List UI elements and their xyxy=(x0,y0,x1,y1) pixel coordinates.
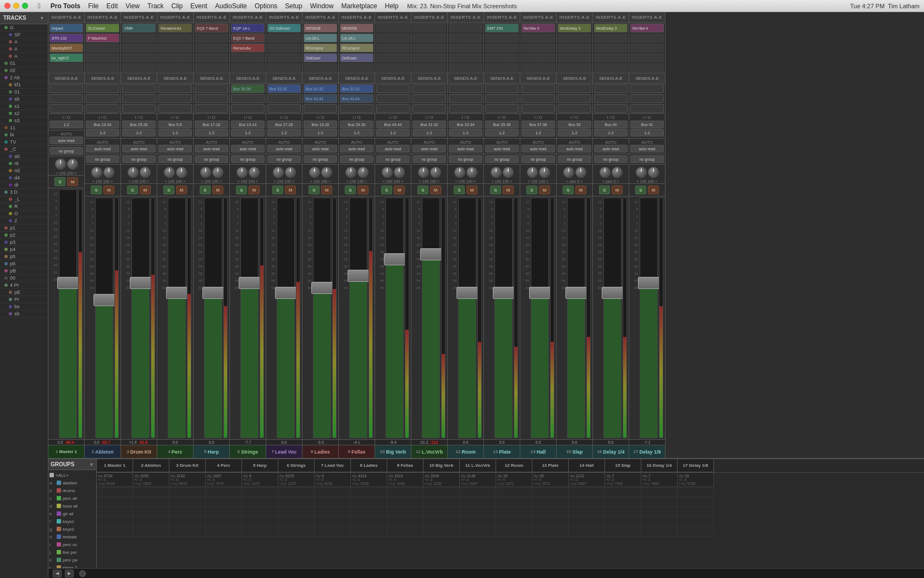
insert-slot-3[interactable] xyxy=(267,53,301,62)
auto-mode-box[interactable]: auto read xyxy=(86,145,119,152)
send-slot-0[interactable] xyxy=(485,84,519,93)
fader-track[interactable] xyxy=(313,198,331,438)
track-item[interactable]: bs xyxy=(0,303,48,310)
insert-slot-0[interactable]: D3 DeEsser xyxy=(267,24,301,32)
track-item[interactable]: A xyxy=(0,39,48,46)
insert-slot-2[interactable] xyxy=(267,43,301,52)
solo-button[interactable]: S xyxy=(599,186,610,194)
mute-button[interactable]: M xyxy=(430,186,441,194)
send-slot-1[interactable] xyxy=(158,94,192,103)
insert-slot-1[interactable]: EQ3 7-Band xyxy=(231,34,265,42)
insert-slot-2[interactable] xyxy=(630,43,664,52)
io-output-box[interactable]: 1-2 xyxy=(158,129,192,137)
track-item[interactable]: A xyxy=(0,53,48,60)
track-item[interactable]: s2 xyxy=(0,110,48,117)
insert-slot-0[interactable]: ReVibe II xyxy=(630,24,664,32)
send-slot-0[interactable] xyxy=(558,84,591,93)
track-item[interactable]: r6 xyxy=(0,160,48,167)
io-bus-box[interactable]: Bus 25-26 xyxy=(122,121,156,128)
insert-slot-3[interactable] xyxy=(376,53,410,62)
insert-slot-0[interactable]: ModDelay 3 xyxy=(594,24,628,32)
send-slot-1[interactable] xyxy=(267,94,301,103)
fader-track[interactable] xyxy=(458,198,476,438)
send-slot-1[interactable] xyxy=(50,94,83,103)
pan-left-knob[interactable] xyxy=(91,167,102,178)
io-bus-box[interactable]: Bus 40 xyxy=(594,121,628,128)
insert-slot-4[interactable] xyxy=(449,63,482,72)
channel-name-bar[interactable]: 14Hall xyxy=(520,445,556,458)
mute-button[interactable]: M xyxy=(612,186,623,194)
insert-slot-0[interactable]: Impact xyxy=(50,24,83,32)
insert-slot-1[interactable] xyxy=(558,34,591,42)
insert-slot-1[interactable] xyxy=(449,34,482,42)
insert-slot-4[interactable] xyxy=(122,63,156,72)
channel-name-bar[interactable]: 2Ableton xyxy=(85,445,120,458)
track-item[interactable]: O xyxy=(0,210,48,217)
mute-button[interactable]: M xyxy=(648,186,659,194)
send-slot-2[interactable] xyxy=(521,104,555,113)
fader-handle[interactable] xyxy=(565,287,587,299)
group-item[interactable]: egtr all xyxy=(50,510,95,517)
solo-button[interactable]: S xyxy=(127,186,138,194)
send-slot-1[interactable] xyxy=(86,94,119,103)
fader-track[interactable] xyxy=(59,189,77,438)
pan-right-knob[interactable] xyxy=(648,167,659,178)
io-output-box[interactable]: 1-2 xyxy=(413,129,446,137)
pan-right-knob[interactable] xyxy=(285,167,296,178)
track-item[interactable]: 2 Ab xyxy=(0,74,48,81)
insert-slot-4[interactable] xyxy=(413,63,446,72)
fader-track[interactable] xyxy=(240,198,258,438)
solo-button[interactable]: S xyxy=(381,186,392,194)
pan-left-knob[interactable] xyxy=(309,167,320,178)
scroll-right-button[interactable]: ▶ xyxy=(65,570,74,577)
menu-audiosuite[interactable]: AudioSuite xyxy=(215,2,247,10)
group-item[interactable]: gkeys2 xyxy=(50,525,95,533)
track-item[interactable]: 00 xyxy=(0,275,48,282)
insert-slot-1[interactable] xyxy=(413,34,446,42)
send-slot-2[interactable] xyxy=(340,104,373,113)
group-selector[interactable]: no group xyxy=(267,155,301,163)
track-item[interactable]: s1 xyxy=(0,103,48,110)
solo-button[interactable]: S xyxy=(417,186,428,194)
pan-right-knob[interactable] xyxy=(103,167,114,178)
fader-handle[interactable] xyxy=(529,287,551,299)
channel-name-bar[interactable]: 4Perc xyxy=(157,445,193,458)
track-item[interactable]: 4 Pr xyxy=(0,282,48,289)
send-slot-2[interactable] xyxy=(50,104,83,113)
solo-button[interactable]: S xyxy=(635,186,646,194)
send-slot-0[interactable]: Bus 31-32 xyxy=(304,84,337,93)
send-slot-0[interactable] xyxy=(376,84,410,93)
track-item[interactable]: sb xyxy=(0,96,48,103)
pan-left-knob[interactable] xyxy=(237,167,248,178)
mute-button[interactable]: M xyxy=(575,186,586,194)
send-slot-0[interactable] xyxy=(449,84,482,93)
send-slot-1[interactable] xyxy=(558,94,591,103)
track-item[interactable]: d4 xyxy=(0,175,48,182)
track-item[interactable]: 01 xyxy=(0,60,48,67)
pan-left-knob[interactable] xyxy=(128,167,139,178)
pan-left-knob[interactable] xyxy=(491,167,502,178)
solo-button[interactable]: S xyxy=(54,177,65,186)
track-item[interactable]: f4 xyxy=(0,132,48,139)
channel-name-bar[interactable]: 13Plate xyxy=(484,445,520,458)
mute-button[interactable]: M xyxy=(67,177,78,186)
solo-button[interactable]: S xyxy=(345,186,356,194)
fader-handle[interactable] xyxy=(457,287,478,299)
insert-slot-1[interactable] xyxy=(376,34,410,42)
menu-marketplace[interactable]: Marketplace xyxy=(341,2,377,10)
track-item[interactable]: SF xyxy=(0,31,48,39)
io-output-box[interactable]: 1-2 xyxy=(267,129,301,137)
auto-mode-box[interactable]: auto read xyxy=(521,145,555,152)
insert-slot-4[interactable] xyxy=(594,63,628,72)
fader-track[interactable] xyxy=(640,198,658,438)
group-selector[interactable]: no group xyxy=(122,155,156,163)
send-slot-0[interactable] xyxy=(122,84,156,93)
send-slot-1[interactable] xyxy=(594,94,628,103)
track-item[interactable]: p5 xyxy=(0,253,48,260)
auto-mode-box[interactable]: auto read xyxy=(50,137,83,144)
send-slot-2[interactable] xyxy=(376,104,410,113)
mute-button[interactable]: M xyxy=(212,186,223,194)
pan-right-knob[interactable] xyxy=(612,167,623,178)
track-item[interactable]: R xyxy=(0,203,48,210)
mute-button[interactable]: M xyxy=(176,186,187,194)
